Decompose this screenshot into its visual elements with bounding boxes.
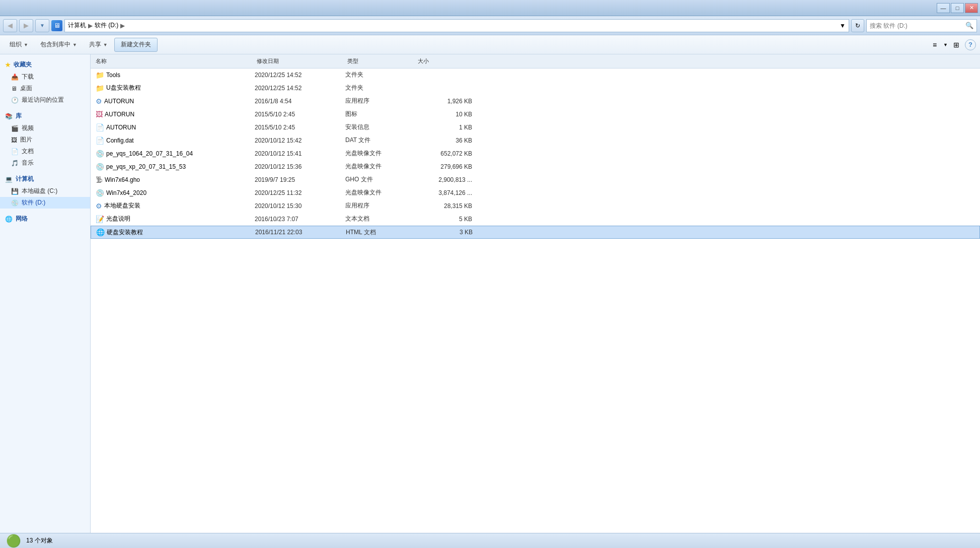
file-date: 2015/5/10 2:45 xyxy=(255,124,345,131)
file-size: 3 KB xyxy=(416,229,477,236)
favorites-label: 收藏夹 xyxy=(14,60,32,69)
new-folder-button[interactable]: 新建文件夹 xyxy=(114,38,158,52)
col-header-type[interactable]: 类型 xyxy=(345,57,416,65)
sidebar-item-music[interactable]: 🎵 音乐 xyxy=(0,157,90,169)
file-type-icon: 📄 xyxy=(96,136,104,145)
table-row[interactable]: ⚙ 本地硬盘安装 2020/10/12 15:30 应用程序 28,315 KB xyxy=(91,199,980,213)
help-button[interactable]: ? xyxy=(965,39,976,50)
file-size: 1 KB xyxy=(416,124,476,131)
table-row[interactable]: ⚙ AUTORUN 2016/1/8 4:54 应用程序 1,926 KB xyxy=(91,95,980,108)
status-count: 13 个对象 xyxy=(26,536,53,545)
sidebar-item-recent[interactable]: 🕐 最近访问的位置 xyxy=(0,94,90,106)
address-bar: ◀ ▶ ▼ 🖥 计算机 ▶ 软件 (D:) ▶ ▼ ↻ 🔍 xyxy=(0,16,980,35)
breadcrumb-dropdown[interactable]: ▼ xyxy=(840,22,846,29)
sidebar-item-desktop[interactable]: 🖥 桌面 xyxy=(0,83,90,94)
video-label: 视频 xyxy=(22,124,34,132)
sidebar-item-download[interactable]: 📥 下载 xyxy=(0,71,90,83)
image-icon: 🖼 xyxy=(11,136,17,144)
table-row[interactable]: 📄 AUTORUN 2015/5/10 2:45 安装信息 1 KB xyxy=(91,121,980,134)
file-type: 文件夹 xyxy=(345,71,416,79)
forward-button[interactable]: ▶ xyxy=(19,19,33,32)
library-header[interactable]: 📚 库 xyxy=(0,110,90,122)
window-controls: — □ ✕ xyxy=(937,3,978,13)
file-name: Config.dat xyxy=(106,137,253,144)
sidebar-item-image[interactable]: 🖼 图片 xyxy=(0,134,90,146)
file-type: 图标 xyxy=(345,110,416,118)
file-date: 2016/1/8 4:54 xyxy=(255,98,345,105)
file-type: 光盘映像文件 xyxy=(345,149,416,158)
close-button[interactable]: ✕ xyxy=(965,3,978,13)
drive-c-label: 本地磁盘 (C:) xyxy=(22,187,57,195)
file-date: 2020/12/25 14:52 xyxy=(255,72,345,79)
file-name: AUTORUN xyxy=(104,98,253,105)
breadcrumb-sep1: ▶ xyxy=(88,22,93,29)
table-row[interactable]: 💿 pe_yqs_1064_20_07_31_16_04 2020/10/12 … xyxy=(91,147,980,160)
computer-header[interactable]: 💻 计算机 xyxy=(0,173,90,185)
desktop-label: 桌面 xyxy=(20,84,32,93)
table-row[interactable]: 💿 pe_yqs_xp_20_07_31_15_53 2020/10/12 15… xyxy=(91,160,980,173)
view-arrow[interactable]: ▼ xyxy=(943,42,948,47)
file-date: 2019/9/7 19:25 xyxy=(255,176,345,183)
download-icon: 📥 xyxy=(11,74,19,81)
minimize-button[interactable]: — xyxy=(937,3,950,13)
table-row[interactable]: 💿 Win7x64_2020 2020/12/25 11:32 光盘映像文件 3… xyxy=(91,186,980,199)
file-name: 本地硬盘安装 xyxy=(104,201,253,210)
search-input[interactable] xyxy=(870,22,963,29)
share-button[interactable]: 共享 ▼ xyxy=(84,38,113,52)
search-icon[interactable]: 🔍 xyxy=(965,22,973,29)
doc-icon: 📄 xyxy=(11,148,19,155)
table-row[interactable]: 📁 U盘安装教程 2020/12/25 14:52 文件夹 xyxy=(91,82,980,95)
share-label: 共享 xyxy=(89,40,101,49)
file-type: 安装信息 xyxy=(345,123,416,131)
breadcrumb-computer[interactable]: 计算机 xyxy=(68,21,86,30)
maximize-button[interactable]: □ xyxy=(951,3,964,13)
col-header-size[interactable]: 大小 xyxy=(416,57,476,65)
file-type-icon: 🗜 xyxy=(96,176,103,184)
change-view-button[interactable]: ≡ xyxy=(928,38,941,51)
table-row[interactable]: 🖼 AUTORUN 2015/5/10 2:45 图标 10 KB xyxy=(91,108,980,121)
file-date: 2020/12/25 11:32 xyxy=(255,189,345,196)
recent-label: 最近访问的位置 xyxy=(22,96,64,104)
refresh-button[interactable]: ↻ xyxy=(851,19,864,32)
toolbar-right: ≡ ▼ ⊞ ? xyxy=(928,38,976,51)
file-type-icon: 💿 xyxy=(96,150,104,158)
organize-button[interactable]: 组织 ▼ xyxy=(4,38,34,52)
file-name: U盘安装教程 xyxy=(106,84,253,92)
col-header-date[interactable]: 修改日期 xyxy=(255,57,345,65)
file-type-icon: 📁 xyxy=(96,71,104,79)
breadcrumb-drive[interactable]: 软件 (D:) xyxy=(95,21,118,30)
file-type-icon: 📄 xyxy=(96,123,104,131)
file-name: AUTORUN xyxy=(105,111,253,118)
file-type: 文件夹 xyxy=(345,84,416,92)
table-row[interactable]: 🌐 硬盘安装教程 2016/11/21 22:03 HTML 文档 3 KB xyxy=(91,226,980,239)
search-box[interactable]: 🔍 xyxy=(866,19,977,32)
sidebar-item-doc[interactable]: 📄 文档 xyxy=(0,146,90,157)
table-row[interactable]: 📁 Tools 2020/12/25 14:52 文件夹 xyxy=(91,68,980,82)
file-size: 1,926 KB xyxy=(416,98,476,105)
back-button[interactable]: ◀ xyxy=(3,19,17,32)
file-type-icon: 💿 xyxy=(96,189,104,197)
sidebar-item-drive-d[interactable]: 💿 软件 (D:) xyxy=(0,197,90,209)
title-bar: — □ ✕ xyxy=(0,0,980,16)
col-header-name[interactable]: 名称 xyxy=(94,57,255,65)
drive-d-icon: 💿 xyxy=(11,199,19,207)
table-row[interactable]: 📝 光盘说明 2016/10/23 7:07 文本文档 5 KB xyxy=(91,213,980,226)
sidebar-item-video[interactable]: 🎬 视频 xyxy=(0,122,90,134)
file-type-icon: 📁 xyxy=(96,84,104,92)
file-name: pe_yqs_1064_20_07_31_16_04 xyxy=(106,150,253,157)
favorites-header[interactable]: ★ 收藏夹 xyxy=(0,58,90,71)
file-date: 2020/10/12 15:42 xyxy=(255,137,345,144)
computer-icon: 💻 xyxy=(5,176,13,183)
file-date: 2020/12/25 14:52 xyxy=(255,85,345,92)
sidebar: ★ 收藏夹 📥 下载 🖥 桌面 🕐 最近访问的位置 📚 库 xyxy=(0,54,91,533)
table-row[interactable]: 🗜 Win7x64.gho 2019/9/7 19:25 GHO 文件 2,90… xyxy=(91,173,980,186)
network-header[interactable]: 🌐 网络 xyxy=(0,213,90,225)
dropdown-button[interactable]: ▼ xyxy=(35,19,49,32)
table-row[interactable]: 📄 Config.dat 2020/10/12 15:42 DAT 文件 36 … xyxy=(91,134,980,147)
layout-button[interactable]: ⊞ xyxy=(950,38,963,51)
breadcrumb[interactable]: 计算机 ▶ 软件 (D:) ▶ ▼ xyxy=(64,19,849,32)
include-button[interactable]: 包含到库中 ▼ xyxy=(35,38,83,52)
library-icon: 📚 xyxy=(5,113,13,120)
file-type-icon: ⚙ xyxy=(96,202,102,210)
sidebar-item-drive-c[interactable]: 💾 本地磁盘 (C:) xyxy=(0,185,90,197)
